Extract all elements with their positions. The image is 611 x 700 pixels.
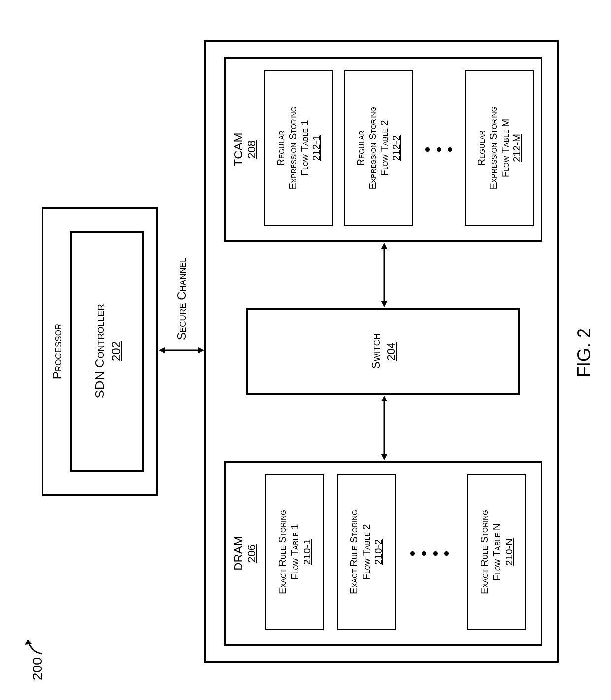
dram-table-2: Exact Rule Storing Flow Table 2 210-2 xyxy=(337,474,396,630)
dram-tn-l1: Exact Rule Storing xyxy=(479,510,490,594)
secure-channel-arrow xyxy=(158,345,205,355)
tcam-t2-l2: Expression Storing xyxy=(367,106,378,189)
dram-table-n: Exact Rule Storing Flow Table N 210-N xyxy=(467,474,526,630)
svg-marker-6 xyxy=(381,396,387,401)
rotated-layer: 200 Processor SDN Controller 202 Secure … xyxy=(0,0,611,700)
svg-marker-0 xyxy=(25,640,32,645)
switch-name: Switch xyxy=(369,334,383,369)
sdn-controller-box: SDN Controller 202 xyxy=(70,231,144,472)
tcam-tm-l1: Regular xyxy=(476,131,487,166)
svg-marker-9 xyxy=(381,243,387,249)
tcam-ellipsis xyxy=(425,147,452,152)
sdn-controller-name: SDN Controller xyxy=(92,304,107,399)
tcam-t1-l2: Expression Storing xyxy=(287,106,299,189)
dram-t2-l1: Exact Rule Storing xyxy=(348,510,360,594)
dram-t1-l1: Exact Rule Storing xyxy=(277,510,288,594)
secure-channel-label: Secure Channel xyxy=(175,258,189,340)
tcam-box: TCAM 208 Regular Expression Storing Flow… xyxy=(224,57,542,242)
tcam-tm-l3: Flow Table M xyxy=(500,119,511,178)
tcam-title: TCAM xyxy=(232,59,245,240)
tcam-t1-l1: Regular xyxy=(275,131,287,166)
dram-t2-l2: Flow Table 2 xyxy=(361,524,372,580)
processor-title: Processor xyxy=(50,209,64,494)
tcam-table-2: Regular Expression Storing Flow Table 2 … xyxy=(344,70,413,226)
dram-t1-ref: 210-1 xyxy=(302,539,313,565)
dram-ref: 206 xyxy=(245,463,258,644)
processor-box: Processor SDN Controller 202 xyxy=(42,207,158,496)
svg-marker-3 xyxy=(198,347,204,353)
figure-caption: FIG. 2 xyxy=(574,328,595,377)
switch-ref: 204 xyxy=(385,342,398,361)
tcam-tm-ref: 212-M xyxy=(511,134,523,162)
tcam-tm-l2: Expression Storing xyxy=(488,106,499,189)
dram-ellipsis xyxy=(410,551,449,556)
figure-ref: 200 xyxy=(30,657,45,680)
tcam-ref: 208 xyxy=(245,59,258,240)
svg-marker-2 xyxy=(159,347,165,353)
dram-tn-l2: Flow Table N xyxy=(491,523,503,581)
dram-t1-l2: Flow Table 1 xyxy=(289,524,301,580)
tcam-t2-l3: Flow Table 2 xyxy=(379,120,390,176)
svg-marker-8 xyxy=(381,301,387,307)
tcam-table-m: Regular Expression Storing Flow Table M … xyxy=(465,70,534,226)
dram-title: DRAM xyxy=(232,463,245,644)
tcam-t1-l3: Flow Table 1 xyxy=(299,120,310,176)
dram-box: DRAM 206 Exact Rule Storing Flow Table 1… xyxy=(224,461,542,646)
dram-switch-arrow xyxy=(379,395,389,461)
tcam-t2-l1: Regular xyxy=(355,131,367,166)
diagram-canvas: 200 Processor SDN Controller 202 Secure … xyxy=(0,0,611,700)
svg-marker-5 xyxy=(381,454,387,460)
dram-tn-ref: 210-N xyxy=(504,538,515,565)
dram-t2-ref: 210-2 xyxy=(373,539,384,565)
tcam-t2-ref: 212-2 xyxy=(391,135,402,161)
dram-table-1: Exact Rule Storing Flow Table 1 210-1 xyxy=(265,474,324,630)
sdn-controller-ref: 202 xyxy=(109,341,123,361)
figure-ref-arc xyxy=(26,635,45,655)
switch-box: Switch 204 xyxy=(246,308,520,395)
tcam-t1-ref: 212-1 xyxy=(311,135,322,161)
tcam-table-1: Regular Expression Storing Flow Table 1 … xyxy=(264,70,333,226)
switch-tcam-arrow xyxy=(379,242,389,308)
